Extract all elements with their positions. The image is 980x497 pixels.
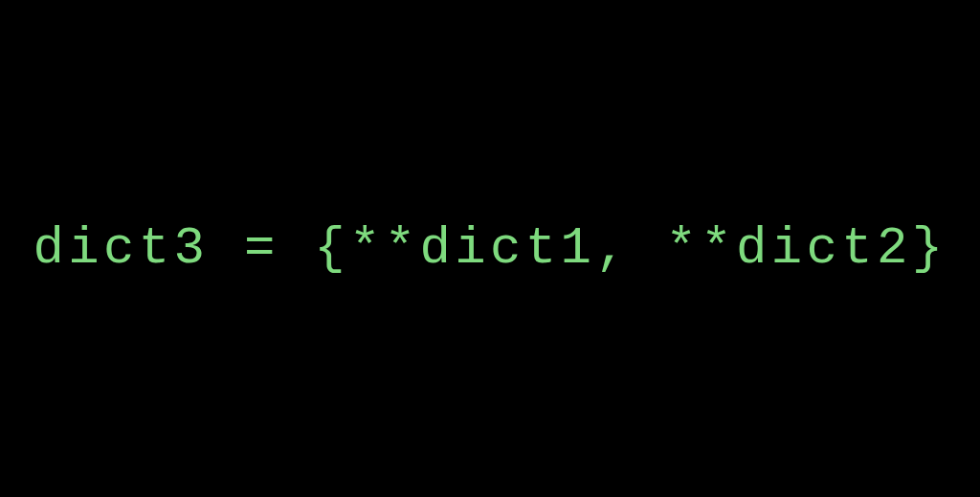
code-snippet: dict3 = {**dict1, **dict2} (33, 219, 947, 278)
